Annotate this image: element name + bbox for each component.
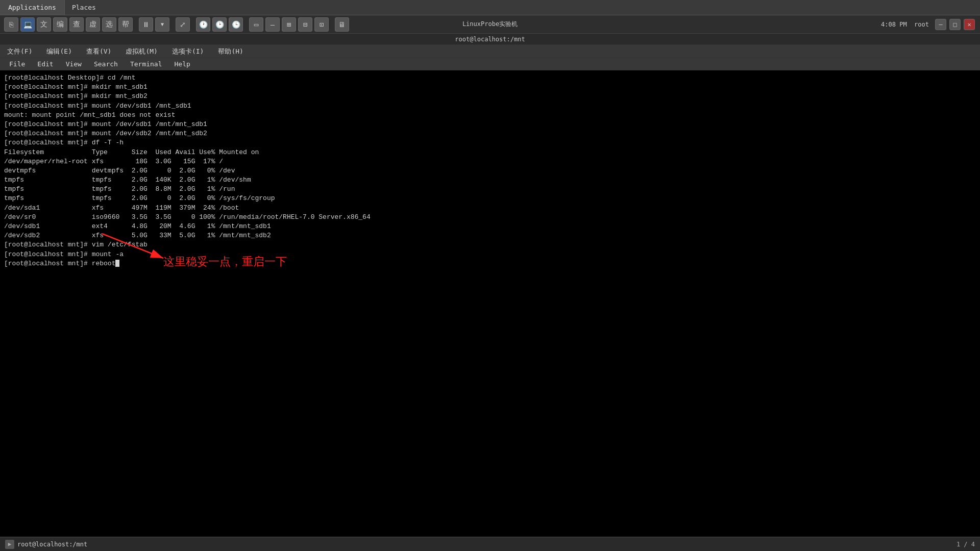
tb-icon-vm2[interactable]: 虚	[86, 17, 100, 32]
terminal-line-10: devtmpfs devtmpfs 2.0G 0 2.0G 0% /dev	[4, 166, 976, 176]
terminal-line-2: [root@localhost mnt]# mkdir mnt_sdb2	[4, 92, 976, 101]
tb-icon-send[interactable]: ⤢	[176, 17, 190, 32]
terminal-line-16: /dev/sdb1 ext4 4.8G 20M 4.6G 1% /mnt/mnt…	[4, 222, 976, 231]
tb-icon-layout2[interactable]: —	[265, 17, 280, 32]
tb-icon-layout4[interactable]: ⊟	[298, 17, 312, 32]
terminal-line-17: /dev/sdb2 xfs 5.0G 33M 5.0G 1% /mnt/mnt_…	[4, 231, 976, 240]
terminal-cursor	[115, 260, 119, 267]
tb-icon-pause[interactable]: ⏸	[139, 17, 153, 32]
terminal-line-4: mount: mount point /mnt_sdb1 does not ex…	[4, 111, 976, 120]
menubar: File Edit View Search Terminal Help	[0, 58, 980, 70]
tb-icon-monitor[interactable]: 🖥	[335, 17, 349, 32]
tb-icon-vm[interactable]: 💻	[20, 17, 35, 32]
status-bar-right: 1 / 4	[957, 541, 975, 548]
close-button[interactable]: ✕	[964, 19, 975, 30]
status-label: root@localhost:/mnt	[17, 541, 87, 548]
applications-menu[interactable]: Applications	[0, 0, 65, 15]
tb-icon-edit[interactable]: 编	[53, 17, 67, 32]
tb-icon-view[interactable]: 查	[69, 17, 84, 32]
toolbar-icons: ⎘ 💻 文 编 查 虚 选 帮 ⏸ ▼ ⤢ 🕐 🕑 🕒 ▭ — ⊞ ⊟ ⊡ 🖥	[0, 17, 353, 32]
terminal-line-20: [root@localhost mnt]# reboot	[4, 259, 976, 268]
menu-vm-m[interactable]: 虚拟机(M)	[118, 45, 164, 58]
system-bar: Applications Places	[0, 0, 980, 15]
terminal-line-6: [root@localhost mnt]# mount /dev/sdb2 /m…	[4, 129, 976, 138]
terminal-line-1: [root@localhost mnt]# mkdir mnt_sdb1	[4, 83, 976, 92]
tb-icon-tab[interactable]: 选	[102, 17, 116, 32]
terminal-status-icon: ▶	[5, 540, 14, 549]
terminal-line-12: tmpfs tmpfs 2.0G 8.8M 2.0G 1% /run	[4, 185, 976, 194]
window-controls: — □ ✕	[935, 19, 975, 30]
status-bar: ▶ root@localhost:/mnt 1 / 4	[0, 537, 980, 551]
menu-help[interactable]: Help	[168, 58, 197, 70]
window-title: root@localhost:/mnt	[455, 36, 525, 43]
menu-search[interactable]: Search	[88, 58, 124, 70]
tb-icon-layout5[interactable]: ⊡	[314, 17, 329, 32]
places-menu[interactable]: Places	[65, 0, 103, 15]
clock-user: 4:08 PM root	[881, 21, 929, 28]
tb-icon-file[interactable]: 文	[37, 17, 51, 32]
menu-terminal[interactable]: Terminal	[124, 58, 168, 70]
minimize-button[interactable]: —	[935, 19, 946, 30]
machine-name: LinuxProbe实验机	[462, 15, 518, 33]
tb-icon-layout3[interactable]: ⊞	[282, 17, 296, 32]
terminal-line-0: [root@localhost Desktop]# cd /mnt	[4, 73, 976, 83]
menu-file-f[interactable]: 文件(F)	[0, 45, 39, 58]
terminal-area[interactable]: [root@localhost Desktop]# cd /mnt [root@…	[0, 70, 980, 541]
status-bar-left: ▶ root@localhost:/mnt	[5, 540, 87, 549]
terminal-line-14: /dev/sda1 xfs 497M 119M 379M 24% /boot	[4, 204, 976, 213]
tb-icon-clock3[interactable]: 🕒	[229, 17, 243, 32]
terminal-line-8: Filesystem Type Size Used Avail Use% Mou…	[4, 148, 976, 157]
terminal-line-19: [root@localhost mnt]# mount -a	[4, 250, 976, 259]
menu-view-v[interactable]: 查看(V)	[79, 45, 118, 58]
tb-icon-pause-drop[interactable]: ▼	[155, 17, 169, 32]
terminal-line-5: [root@localhost mnt]# mount /dev/sdb1 /m…	[4, 120, 976, 129]
terminal-line-18: [root@localhost mnt]# vim /etc/fstab	[4, 240, 976, 249]
maximize-button[interactable]: □	[949, 19, 961, 30]
menu-view[interactable]: View	[60, 58, 88, 70]
app-menubar: 文件(F) 编辑(E) 查看(V) 虚拟机(M) 选项卡(I) 帮助(H)	[0, 45, 980, 58]
terminal-line-7: [root@localhost mnt]# df -T -h	[4, 138, 976, 147]
menu-tab-i[interactable]: 选项卡(I)	[165, 45, 211, 58]
tb-icon-copy[interactable]: ⎘	[4, 17, 18, 32]
tb-icon-clock2[interactable]: 🕑	[212, 17, 227, 32]
menu-edit[interactable]: Edit	[31, 58, 59, 70]
terminal-line-15: /dev/sr0 iso9660 3.5G 3.5G 0 100% /run/m…	[4, 213, 976, 222]
terminal-line-13: tmpfs tmpfs 2.0G 0 2.0G 0% /sys/fs/cgrou…	[4, 194, 976, 203]
terminal-line-9: /dev/mapper/rhel-root xfs 18G 3.0G 15G 1…	[4, 157, 976, 166]
menu-edit-e[interactable]: 编辑(E)	[39, 45, 79, 58]
menu-help-h[interactable]: 帮助(H)	[211, 45, 250, 58]
terminal-line-3: [root@localhost mnt]# mount /dev/sdb1 /m…	[4, 102, 976, 111]
menu-file[interactable]: File	[3, 58, 31, 70]
tb-icon-layout1[interactable]: ▭	[249, 17, 263, 32]
tb-icon-help[interactable]: 帮	[118, 17, 133, 32]
terminal-line-11: tmpfs tmpfs 2.0G 140K 2.0G 1% /dev/shm	[4, 176, 976, 185]
tb-icon-clock1[interactable]: 🕐	[196, 17, 210, 32]
title-bar: ⎘ 💻 文 编 查 虚 选 帮 ⏸ ▼ ⤢ 🕐 🕑 🕒 ▭ — ⊞ ⊟ ⊡ 🖥 …	[0, 15, 980, 34]
